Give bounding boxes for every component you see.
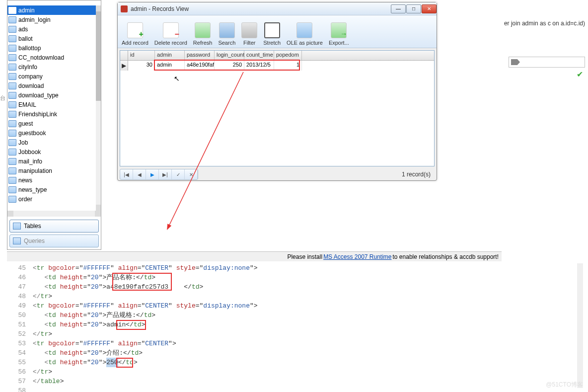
sidebar-item-news_type[interactable]: news_type <box>7 185 96 194</box>
sidebar-item-ballot[interactable]: ballot <box>7 34 96 43</box>
code-line[interactable]: 58 <box>11 386 583 392</box>
row-marker: ▶ <box>120 61 128 71</box>
code-line[interactable]: 54 <td height="20">介绍:</td> <box>11 348 583 358</box>
table-icon <box>8 64 16 71</box>
code-line[interactable]: 49<tr bgcolor="#FFFFFF" align="CENTER" s… <box>11 301 583 311</box>
tool-search[interactable]: Search <box>215 16 238 47</box>
tab-tables-label: Tables <box>24 223 41 230</box>
nav-btn-0[interactable]: |◀ <box>120 169 133 179</box>
column-admin[interactable]: admin <box>155 51 185 60</box>
vertical-scrollbar[interactable] <box>96 5 101 211</box>
code-highlight-1 <box>112 273 172 291</box>
code-line[interactable]: 46 <td height="20">产品名称:</td> <box>11 273 583 282</box>
table-label: Job <box>18 139 28 146</box>
scroll-left[interactable] <box>7 211 13 217</box>
maximize-button[interactable]: □ <box>406 4 421 13</box>
tool-label: Add record <box>122 40 148 46</box>
tool-export-[interactable]: Export... <box>326 16 352 47</box>
sidebar-item-news[interactable]: news <box>7 175 96 185</box>
grid-header: idadminpasswordlogin_countcount_timepope… <box>120 51 434 61</box>
sidebar-item-Job[interactable]: Job <box>7 138 96 147</box>
tool-refresh[interactable]: Refresh <box>190 16 216 47</box>
row-marker-header <box>120 51 128 60</box>
code-line[interactable]: 55 <td height="20">250</td> <box>11 358 583 367</box>
editor-scrollbar[interactable] <box>577 263 583 388</box>
code-line[interactable]: 56</tr> <box>11 367 583 377</box>
titlebar[interactable]: admin - Records View — □ ✕ <box>118 2 437 15</box>
sidebar-item-EMAIL[interactable]: EMAIL <box>7 100 96 109</box>
app-icon <box>121 5 128 12</box>
table-icon <box>8 158 16 165</box>
sidebar-item-Jobbook[interactable]: Jobbook <box>7 147 96 157</box>
sidebar-item-download_type[interactable]: download_type <box>7 90 96 100</box>
tool-label: Delete record <box>154 40 187 46</box>
sidebar-item-ads[interactable]: ads <box>7 24 96 34</box>
sql-fragment: er join admin as c on a.id=c.id) <box>504 20 585 27</box>
cell-id[interactable]: 30 <box>128 61 155 71</box>
sidebar-item-order[interactable]: order <box>7 194 96 204</box>
scroll-right[interactable] <box>95 211 101 217</box>
horizontal-scrollbar[interactable] <box>7 211 101 217</box>
nav-btn-1[interactable]: ◀ <box>133 169 146 179</box>
column-login_count[interactable]: login_count <box>215 51 244 60</box>
scroll-down[interactable] <box>96 205 101 211</box>
code-line[interactable]: 52</tr> <box>11 329 583 339</box>
code-line[interactable]: 50 <td height="20">产品规格:</td> <box>11 311 583 320</box>
tool-delete-record[interactable]: Delete record <box>151 16 190 47</box>
column-id[interactable]: id <box>128 51 155 60</box>
nav-buttons: |◀◀▶▶|✓✕ <box>120 169 198 180</box>
sidebar-item-mail_info[interactable]: mail_info <box>7 157 96 166</box>
sidebar-item-guestbook[interactable]: guestbook <box>7 128 96 138</box>
code-editor[interactable]: 45<tr bgcolor="#FFFFFF" align="CENTER" s… <box>11 263 583 388</box>
sidebar-item-cityInfo[interactable]: cityInfo <box>7 62 96 72</box>
code-line[interactable]: 53<tr bgcolor="#FFFFFF" align="CENTER"> <box>11 339 583 348</box>
status-link[interactable]: MS Access 2007 Runtime <box>323 253 391 260</box>
column-count_time[interactable]: count_time <box>244 51 274 60</box>
ole-icon <box>296 22 312 38</box>
scroll-up[interactable] <box>96 5 101 11</box>
sidebar-item-admin[interactable]: admin <box>7 5 96 15</box>
table-label: ads <box>18 26 28 33</box>
tool-label: Refresh <box>193 40 213 46</box>
nav-btn-3[interactable]: ▶| <box>159 169 172 179</box>
tool-add-record[interactable]: Add record <box>119 16 151 47</box>
highlight-box-row <box>154 60 300 71</box>
tool-ole-as-picture[interactable]: OLE as picture <box>284 16 326 47</box>
code-line[interactable]: 45<tr bgcolor="#FFFFFF" align="CENTER" s… <box>11 263 583 273</box>
tool-filter[interactable]: Filter <box>238 16 260 47</box>
scroll-thumb[interactable] <box>96 11 101 101</box>
tool-label: Search <box>218 40 235 46</box>
line-number: 57 <box>11 377 26 386</box>
sidebar-item-ballottop[interactable]: ballottop <box>7 43 96 53</box>
table-icon <box>8 26 16 33</box>
sidebar-item-FriendshipLink[interactable]: FriendshipLink <box>7 109 96 119</box>
tab-tables[interactable]: Tables <box>9 220 99 233</box>
table-label: download <box>18 82 44 89</box>
minimize-button[interactable]: — <box>391 4 406 13</box>
tab-queries[interactable]: Queries <box>9 235 99 247</box>
watermark: @51CTO博客 <box>546 381 583 389</box>
close-button[interactable]: ✕ <box>422 4 437 13</box>
nav-btn-2[interactable]: ▶ <box>146 169 159 179</box>
code-line[interactable]: 57</table> <box>11 377 583 386</box>
sidebar-item-company[interactable]: company <box>7 72 96 81</box>
sidebar-item-guest[interactable]: guest <box>7 119 96 128</box>
line-number: 49 <box>11 301 26 311</box>
column-popedom[interactable]: popedom <box>274 51 302 60</box>
table-icon <box>8 92 16 99</box>
sidebar-item-manipulation[interactable]: manipulation <box>7 166 96 175</box>
nav-btn-5[interactable]: ✕ <box>185 169 198 179</box>
data-grid: idadminpasswordlogin_countcount_timepope… <box>120 50 435 166</box>
sidebar-item-CC_notdownload[interactable]: CC_notdownload <box>7 53 96 62</box>
sidebar-item-admin_login[interactable]: admin_login <box>7 15 96 24</box>
line-number: 52 <box>11 329 26 339</box>
sidebar-item-download[interactable]: download <box>7 81 96 90</box>
column-password[interactable]: password <box>185 51 215 60</box>
code-line[interactable]: 51 <td height="20">admin</td> <box>11 320 583 329</box>
code-line[interactable]: 47 <td height="20">a48e190fafc257d3 </td… <box>11 282 583 292</box>
table-label: news_type <box>18 186 47 193</box>
tool-stretch[interactable]: Stretch <box>260 16 284 47</box>
cursor-icon: ↖ <box>174 75 180 82</box>
code-line[interactable]: 48</tr> <box>11 292 583 301</box>
nav-btn-4[interactable]: ✓ <box>172 169 185 179</box>
